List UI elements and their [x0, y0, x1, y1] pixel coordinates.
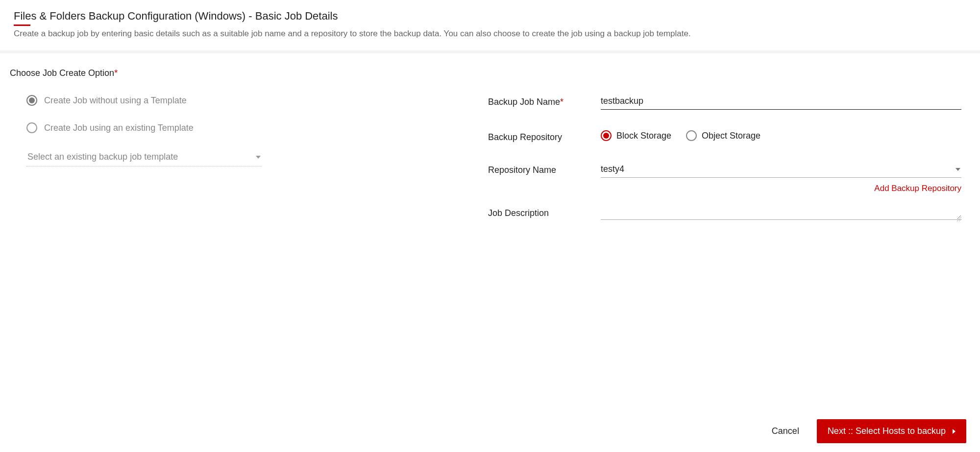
repo-name-value: testy4	[601, 164, 624, 174]
repo-name-label: Repository Name	[488, 163, 601, 175]
next-button[interactable]: Next :: Select Hosts to backup	[817, 419, 966, 443]
row-job-description: Job Description	[488, 206, 961, 222]
chevron-down-icon	[956, 168, 960, 171]
two-column-layout: Create Job without using a Template Crea…	[10, 95, 966, 243]
repo-name-field: testy4 Add Backup Repository	[601, 163, 961, 193]
content: Choose Job Create Option* Create Job wit…	[0, 53, 980, 253]
repo-name-select[interactable]: testy4	[601, 163, 961, 178]
job-description-field	[601, 206, 961, 222]
chevron-down-icon	[256, 156, 261, 159]
radio-create-without-template[interactable]: Create Job without using a Template	[26, 95, 488, 106]
row-repo-name: Repository Name testy4 Add Backup Reposi…	[488, 163, 961, 193]
repo-radio-object-storage[interactable]: Object Storage	[686, 130, 760, 141]
radio-label: Create Job without using a Template	[44, 95, 187, 106]
job-description-input[interactable]	[601, 206, 961, 220]
job-name-field	[601, 95, 961, 110]
backup-repo-label: Backup Repository	[488, 130, 601, 143]
left-column: Create Job without using a Template Crea…	[10, 95, 488, 167]
page-header: Files & Folders Backup Configuration (Wi…	[0, 0, 980, 53]
page-title: Files & Folders Backup Configuration (Wi…	[14, 10, 338, 25]
radio-icon	[601, 130, 612, 141]
radio-label: Create Job using an existing Template	[44, 123, 194, 133]
job-name-input[interactable]	[601, 95, 961, 110]
row-job-name: Backup Job Name*	[488, 95, 961, 110]
template-select-placeholder: Select an existing backup job template	[27, 152, 178, 162]
radio-icon	[26, 122, 37, 133]
radio-create-with-template[interactable]: Create Job using an existing Template	[26, 122, 488, 133]
radio-icon	[686, 130, 697, 141]
template-select[interactable]: Select an existing backup job template	[26, 150, 262, 167]
chevron-right-icon	[953, 429, 956, 434]
choose-option-label: Choose Job Create Option*	[10, 68, 966, 78]
label-text: Backup Job Name	[488, 97, 560, 107]
footer-actions: Cancel Next :: Select Hosts to backup	[0, 410, 980, 452]
cancel-button[interactable]: Cancel	[768, 421, 803, 441]
radio-icon	[26, 95, 37, 106]
repo-radio-group: Block Storage Object Storage	[601, 130, 961, 141]
next-button-label: Next :: Select Hosts to backup	[828, 426, 946, 436]
page-subtitle: Create a backup job by entering basic de…	[14, 29, 966, 39]
job-name-label: Backup Job Name*	[488, 95, 601, 107]
choose-option-text: Choose Job Create Option	[10, 68, 114, 78]
job-description-label: Job Description	[488, 206, 601, 218]
radio-label: Block Storage	[616, 131, 671, 141]
right-column: Backup Job Name* Backup Repository Block…	[488, 95, 966, 243]
radio-label: Object Storage	[702, 131, 760, 141]
repo-radio-block-storage[interactable]: Block Storage	[601, 130, 671, 141]
required-asterisk: *	[560, 97, 564, 107]
add-backup-repository-link[interactable]: Add Backup Repository	[601, 184, 961, 193]
row-backup-repo: Backup Repository Block Storage Object S…	[488, 130, 961, 143]
required-asterisk: *	[114, 68, 118, 78]
